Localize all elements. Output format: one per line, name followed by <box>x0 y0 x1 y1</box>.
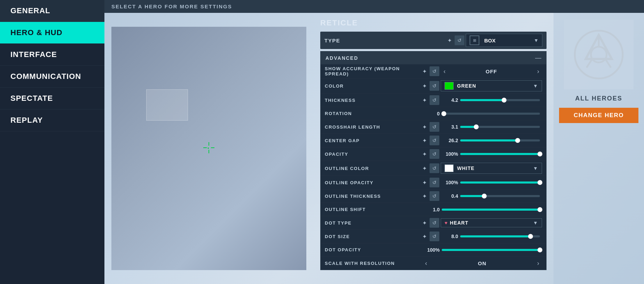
preview-background: ♥ <box>111 27 306 270</box>
outline-color-row: OUTLINE COLOR ✦ ↺ WHITE ▼ <box>321 161 546 176</box>
svg-rect-0 <box>209 142 209 146</box>
center-gap-row: CENTER GAP ✦ ↺ 26.2 <box>321 134 546 147</box>
opacity-star: ✦ <box>422 151 427 157</box>
svg-rect-2 <box>203 147 207 148</box>
thickness-reset[interactable]: ↺ <box>430 95 439 105</box>
dot-opacity-label: DOT OPACITY <box>325 247 422 252</box>
crosshair-length-star: ✦ <box>422 124 427 130</box>
color-chevron: ▼ <box>533 83 538 89</box>
dot-size-star: ✦ <box>422 233 427 240</box>
show-accuracy-control: ‹ OFF › <box>441 68 542 75</box>
outline-shift-slider[interactable] <box>442 208 540 211</box>
scale-resolution-prev[interactable]: ‹ <box>422 260 430 267</box>
dot-type-reset[interactable]: ↺ <box>430 218 439 228</box>
dot-size-reset[interactable]: ↺ <box>430 232 439 241</box>
scale-resolution-label: SCALE WITH RESOLUTION <box>325 261 422 266</box>
dot-size-slider[interactable] <box>460 235 540 238</box>
dot-opacity-slider[interactable] <box>442 249 540 251</box>
sidebar-item-general[interactable]: GENERAL <box>0 0 104 22</box>
content-area: ♥ RETICLE TYPE ✦ ↺ ⊞ BOX ▼ <box>104 13 644 284</box>
svg-line-10 <box>587 59 592 68</box>
outline-color-dropdown[interactable]: WHITE ▼ <box>441 163 542 174</box>
outline-color-label: OUTLINE COLOR <box>325 166 422 171</box>
show-accuracy-reset[interactable]: ↺ <box>430 66 439 76</box>
dot-opacity-row: DOT OPACITY 100% <box>321 243 546 257</box>
change-hero-button[interactable]: CHANGE HERO <box>559 108 638 123</box>
outline-shift-value: 1.0 <box>422 207 440 212</box>
opacity-reset[interactable]: ↺ <box>430 149 439 159</box>
sidebar-item-communication[interactable]: COMMUNICATION <box>0 66 104 88</box>
show-accuracy-next[interactable]: › <box>534 68 542 75</box>
type-value: BOX <box>484 38 531 43</box>
scale-resolution-control: ‹ ON › <box>422 260 542 267</box>
dot-type-label: DOT TYPE <box>325 220 422 226</box>
thickness-row: THICKNESS ✦ ↺ 4.2 <box>321 94 546 107</box>
dot-size-value: 8.0 <box>441 234 458 239</box>
dot-type-value: HEART <box>450 220 468 226</box>
hero-name: ALL HEROES <box>575 95 622 102</box>
dot-size-row: DOT SIZE ✦ ↺ 8.0 <box>321 230 546 243</box>
preview-panel: ♥ <box>104 13 313 284</box>
dot-type-chevron: ▼ <box>533 220 538 226</box>
svg-text:♥: ♥ <box>207 147 209 150</box>
advanced-collapse-button[interactable]: — <box>535 54 541 62</box>
outline-color-swatch <box>445 164 454 172</box>
opacity-value: 100% <box>441 151 458 157</box>
hero-logo <box>564 20 634 89</box>
center-gap-reset[interactable]: ↺ <box>430 136 439 145</box>
type-dropdown-chevron: ▼ <box>534 38 539 43</box>
sidebar-item-interface[interactable]: INTERFACE <box>0 44 104 66</box>
crosshair-length-reset[interactable]: ↺ <box>430 122 439 132</box>
type-label: TYPE <box>324 38 447 43</box>
dot-type-star: ✦ <box>422 220 427 226</box>
color-dropdown[interactable]: GREEN ▼ <box>441 80 542 91</box>
sidebar-item-label: REPLAY <box>10 116 43 124</box>
thickness-slider[interactable] <box>460 99 540 102</box>
sidebar-item-replay[interactable]: REPLAY <box>0 109 104 131</box>
scale-resolution-row: SCALE WITH RESOLUTION ‹ ON › <box>321 257 546 270</box>
sidebar-item-label: GENERAL <box>10 6 50 15</box>
svg-rect-3 <box>211 147 214 148</box>
top-bar: SELECT A HERO FOR MORE SETTINGS <box>104 0 644 13</box>
outline-thickness-reset[interactable]: ↺ <box>430 191 439 201</box>
crosshair-length-value: 3.1 <box>441 124 458 130</box>
outline-thickness-slider[interactable] <box>460 195 540 197</box>
outline-opacity-label: OUTLINE OPACITY <box>325 180 422 185</box>
outline-color-reset[interactable]: ↺ <box>430 163 439 173</box>
reticle-section-title: RETICLE <box>320 18 547 27</box>
type-reset-button[interactable]: ↺ <box>455 35 464 45</box>
show-accuracy-value: OFF <box>448 68 534 74</box>
thickness-value: 4.2 <box>441 97 458 103</box>
center-gap-value: 26.2 <box>441 138 458 143</box>
svg-point-7 <box>591 47 607 63</box>
dot-type-dropdown[interactable]: ♥ HEART ▼ <box>441 218 542 227</box>
scale-resolution-next[interactable]: › <box>534 260 542 267</box>
type-icon-box: ⊞ <box>470 35 479 45</box>
crosshair-length-slider[interactable] <box>460 125 540 128</box>
show-accuracy-prev[interactable]: ‹ <box>441 68 448 75</box>
svg-rect-1 <box>209 150 209 153</box>
outline-shift-label: OUTLINE SHIFT <box>325 207 422 212</box>
hero-panel: ALL HEROES CHANGE HERO <box>553 13 644 284</box>
outline-opacity-slider[interactable] <box>460 181 540 184</box>
outline-shift-row: OUTLINE SHIFT 1.0 <box>321 203 546 216</box>
outline-opacity-reset[interactable]: ↺ <box>430 178 439 187</box>
opacity-row: OPACITY ✦ ↺ 100% <box>321 147 546 161</box>
crosshair-length-label: CROSSHAIR LENGTH <box>325 124 422 130</box>
center-gap-slider[interactable] <box>460 139 540 142</box>
advanced-title: ADVANCED <box>325 55 358 61</box>
center-gap-star: ✦ <box>422 137 427 144</box>
opacity-slider[interactable] <box>460 153 540 155</box>
crosshair-preview: ♥ <box>202 141 216 156</box>
rotation-slider[interactable] <box>442 112 540 115</box>
sidebar-item-label: SPECTATE <box>10 94 53 103</box>
rotation-value: 0 <box>422 111 440 116</box>
opacity-label: OPACITY <box>325 152 422 157</box>
dot-type-icon: ♥ <box>445 220 448 226</box>
sidebar-item-spectate[interactable]: SPECTATE <box>0 88 104 109</box>
sidebar-item-hero-hud[interactable]: HERO & HUD <box>0 22 104 44</box>
color-swatch <box>445 82 454 90</box>
color-reset[interactable]: ↺ <box>430 81 439 91</box>
thickness-label: THICKNESS <box>325 98 422 103</box>
outline-thickness-row: OUTLINE THICKNESS ✦ ↺ 0.4 <box>321 189 546 203</box>
